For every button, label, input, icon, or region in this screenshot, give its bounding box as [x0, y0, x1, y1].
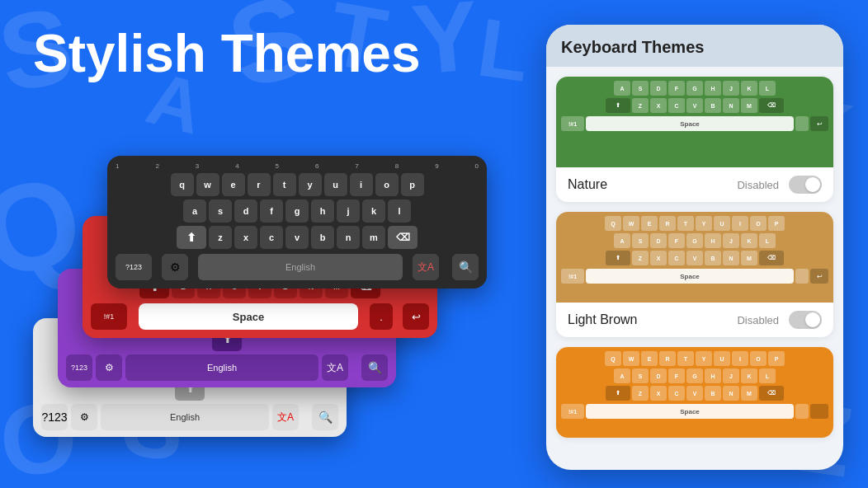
theme-name-light-brown: Light Brown: [568, 312, 638, 327]
preview-space-brown: Space: [586, 269, 794, 284]
theme-info-light-brown: Light Brown Disabled: [556, 303, 833, 337]
lang-key-white[interactable]: English: [101, 404, 269, 430]
lang-key-purple[interactable]: English: [125, 354, 318, 381]
theme-toggle-light-brown[interactable]: [789, 311, 822, 329]
theme-card-orange: Q W E R T Y U I O P A S D F G H: [556, 347, 833, 438]
preview-space-orange: Space: [586, 404, 794, 419]
panel-title: Keyboard Themes: [561, 38, 828, 57]
theme-status-nature: Disabled: [737, 179, 779, 191]
keyboard-dark: 1 2 3 4 5 6 7 8 9 0 q w e r t y u i o: [107, 156, 487, 289]
theme-name-nature: Nature: [568, 177, 607, 192]
theme-toggle-nature[interactable]: [789, 176, 822, 194]
space-key-red: Space: [139, 303, 358, 330]
theme-preview-light-brown: Q W E R T Y U I O P A S D F G H: [556, 212, 833, 303]
theme-card-light-brown: Q W E R T Y U I O P A S D F G H: [556, 212, 833, 337]
keyboard-themes-panel: Keyboard Themes A S D F G H J K L ⬆ Z: [546, 25, 843, 470]
preview-space-nature: Space: [586, 116, 794, 131]
panel-header: Keyboard Themes: [546, 25, 843, 67]
themes-list: A S D F G H J K L ⬆ Z X C V B N: [546, 67, 843, 470]
theme-preview-orange: Q W E R T Y U I O P A S D F G H: [556, 347, 833, 438]
left-section: Stylish Themes qwa a ⬆ ?123 ⚙ English 文A…: [0, 0, 512, 488]
theme-preview-nature: A S D F G H J K L ⬆ Z X C V B N: [556, 77, 833, 167]
lang-key-dark[interactable]: English: [198, 254, 403, 280]
theme-card-nature: A S D F G H J K L ⬆ Z X C V B N: [556, 77, 833, 202]
page-title: Stylish Themes: [33, 25, 487, 82]
theme-status-light-brown: Disabled: [737, 314, 779, 326]
keyboards-stack: qwa a ⬆ ?123 ⚙ English 文A 🔍 Qw A: [33, 91, 479, 437]
theme-info-nature: Nature Disabled: [556, 167, 833, 202]
